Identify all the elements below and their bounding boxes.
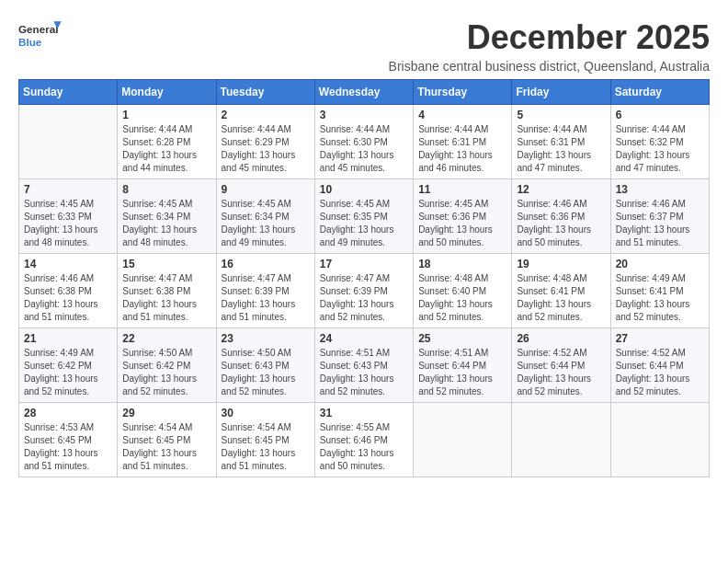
day-info: Sunrise: 4:45 AMSunset: 6:35 PMDaylight:… bbox=[320, 198, 408, 249]
calendar-cell: 31Sunrise: 4:55 AMSunset: 6:46 PMDayligh… bbox=[314, 403, 413, 477]
calendar-cell: 19Sunrise: 4:48 AMSunset: 6:41 PMDayligh… bbox=[512, 254, 610, 328]
day-info: Sunrise: 4:51 AMSunset: 6:43 PMDaylight:… bbox=[320, 347, 408, 398]
day-info: Sunrise: 4:50 AMSunset: 6:43 PMDaylight:… bbox=[222, 347, 310, 398]
calendar-week-3: 14Sunrise: 4:46 AMSunset: 6:38 PMDayligh… bbox=[19, 254, 710, 328]
day-info: Sunrise: 4:48 AMSunset: 6:41 PMDaylight:… bbox=[517, 272, 605, 324]
calendar-cell: 26Sunrise: 4:52 AMSunset: 6:44 PMDayligh… bbox=[512, 328, 610, 403]
day-info: Sunrise: 4:44 AMSunset: 6:31 PMDaylight:… bbox=[418, 123, 506, 175]
calendar-week-2: 7Sunrise: 4:45 AMSunset: 6:33 PMDaylight… bbox=[19, 179, 710, 254]
calendar-cell: 23Sunrise: 4:50 AMSunset: 6:43 PMDayligh… bbox=[216, 328, 314, 403]
day-info: Sunrise: 4:46 AMSunset: 6:37 PMDaylight:… bbox=[616, 198, 704, 249]
day-number: 9 bbox=[222, 183, 310, 196]
weekday-header-row: SundayMondayTuesdayWednesdayThursdayFrid… bbox=[19, 80, 710, 105]
calendar-cell: 28Sunrise: 4:53 AMSunset: 6:45 PMDayligh… bbox=[19, 403, 118, 477]
day-info: Sunrise: 4:54 AMSunset: 6:45 PMDaylight:… bbox=[122, 421, 210, 473]
calendar-week-5: 28Sunrise: 4:53 AMSunset: 6:45 PMDayligh… bbox=[19, 403, 710, 477]
day-info: Sunrise: 4:45 AMSunset: 6:36 PMDaylight:… bbox=[418, 198, 506, 249]
day-number: 26 bbox=[517, 332, 605, 345]
day-number: 17 bbox=[320, 258, 408, 270]
calendar-cell: 7Sunrise: 4:45 AMSunset: 6:33 PMDaylight… bbox=[19, 179, 118, 254]
day-number: 11 bbox=[418, 183, 506, 196]
logo-svg: General Blue bbox=[18, 18, 64, 53]
day-number: 14 bbox=[24, 258, 112, 270]
weekday-header-thursday: Thursday bbox=[414, 80, 512, 105]
day-info: Sunrise: 4:47 AMSunset: 6:39 PMDaylight:… bbox=[222, 272, 310, 324]
svg-text:Blue: Blue bbox=[18, 36, 42, 48]
weekday-header-sunday: Sunday bbox=[19, 80, 118, 105]
day-info: Sunrise: 4:44 AMSunset: 6:29 PMDaylight:… bbox=[222, 123, 310, 175]
day-number: 21 bbox=[24, 332, 112, 345]
calendar-cell bbox=[19, 105, 118, 179]
weekday-header-saturday: Saturday bbox=[610, 80, 709, 105]
calendar-week-1: 1Sunrise: 4:44 AMSunset: 6:28 PMDaylight… bbox=[19, 105, 710, 179]
location-subtitle: Brisbane central business district, Quee… bbox=[389, 59, 710, 74]
month-title: December 2025 bbox=[389, 18, 710, 57]
calendar-cell: 18Sunrise: 4:48 AMSunset: 6:40 PMDayligh… bbox=[414, 254, 512, 328]
calendar-cell: 24Sunrise: 4:51 AMSunset: 6:43 PMDayligh… bbox=[314, 328, 413, 403]
day-info: Sunrise: 4:45 AMSunset: 6:34 PMDaylight:… bbox=[222, 198, 310, 249]
day-info: Sunrise: 4:51 AMSunset: 6:44 PMDaylight:… bbox=[418, 347, 506, 398]
calendar-cell: 16Sunrise: 4:47 AMSunset: 6:39 PMDayligh… bbox=[216, 254, 314, 328]
calendar-week-4: 21Sunrise: 4:49 AMSunset: 6:42 PMDayligh… bbox=[19, 328, 710, 403]
day-info: Sunrise: 4:45 AMSunset: 6:33 PMDaylight:… bbox=[24, 198, 112, 249]
calendar-cell bbox=[512, 403, 610, 477]
calendar-cell: 15Sunrise: 4:47 AMSunset: 6:38 PMDayligh… bbox=[118, 254, 216, 328]
day-number: 18 bbox=[418, 258, 506, 270]
day-number: 7 bbox=[24, 183, 112, 196]
calendar-cell: 9Sunrise: 4:45 AMSunset: 6:34 PMDaylight… bbox=[216, 179, 314, 254]
calendar-cell: 17Sunrise: 4:47 AMSunset: 6:39 PMDayligh… bbox=[314, 254, 413, 328]
calendar-cell: 10Sunrise: 4:45 AMSunset: 6:35 PMDayligh… bbox=[314, 179, 413, 254]
day-number: 24 bbox=[320, 332, 408, 345]
day-number: 20 bbox=[616, 258, 704, 270]
day-info: Sunrise: 4:44 AMSunset: 6:31 PMDaylight:… bbox=[517, 123, 605, 175]
day-info: Sunrise: 4:44 AMSunset: 6:30 PMDaylight:… bbox=[320, 123, 408, 175]
day-info: Sunrise: 4:47 AMSunset: 6:39 PMDaylight:… bbox=[320, 272, 408, 324]
calendar-cell: 13Sunrise: 4:46 AMSunset: 6:37 PMDayligh… bbox=[610, 179, 709, 254]
calendar-cell: 1Sunrise: 4:44 AMSunset: 6:28 PMDaylight… bbox=[118, 105, 216, 179]
day-info: Sunrise: 4:46 AMSunset: 6:36 PMDaylight:… bbox=[517, 198, 605, 249]
page-header: General Blue December 2025 Brisbane cent… bbox=[18, 18, 710, 74]
day-info: Sunrise: 4:48 AMSunset: 6:40 PMDaylight:… bbox=[418, 272, 506, 324]
day-info: Sunrise: 4:44 AMSunset: 6:32 PMDaylight:… bbox=[616, 123, 704, 175]
day-number: 30 bbox=[222, 407, 310, 419]
calendar-cell: 11Sunrise: 4:45 AMSunset: 6:36 PMDayligh… bbox=[414, 179, 512, 254]
day-number: 12 bbox=[517, 183, 605, 196]
day-number: 10 bbox=[320, 183, 408, 196]
day-info: Sunrise: 4:53 AMSunset: 6:45 PMDaylight:… bbox=[24, 421, 112, 473]
day-number: 3 bbox=[320, 109, 408, 121]
day-info: Sunrise: 4:45 AMSunset: 6:34 PMDaylight:… bbox=[122, 198, 210, 249]
calendar-cell: 5Sunrise: 4:44 AMSunset: 6:31 PMDaylight… bbox=[512, 105, 610, 179]
calendar-cell: 8Sunrise: 4:45 AMSunset: 6:34 PMDaylight… bbox=[118, 179, 216, 254]
day-number: 6 bbox=[616, 109, 704, 121]
calendar-cell: 2Sunrise: 4:44 AMSunset: 6:29 PMDaylight… bbox=[216, 105, 314, 179]
weekday-header-monday: Monday bbox=[118, 80, 216, 105]
calendar-cell: 21Sunrise: 4:49 AMSunset: 6:42 PMDayligh… bbox=[19, 328, 118, 403]
day-number: 29 bbox=[122, 407, 210, 419]
calendar-cell: 14Sunrise: 4:46 AMSunset: 6:38 PMDayligh… bbox=[19, 254, 118, 328]
day-number: 16 bbox=[222, 258, 310, 270]
calendar-cell bbox=[610, 403, 709, 477]
calendar-cell: 12Sunrise: 4:46 AMSunset: 6:36 PMDayligh… bbox=[512, 179, 610, 254]
calendar-cell: 22Sunrise: 4:50 AMSunset: 6:42 PMDayligh… bbox=[118, 328, 216, 403]
day-info: Sunrise: 4:44 AMSunset: 6:28 PMDaylight:… bbox=[122, 123, 210, 175]
day-number: 4 bbox=[418, 109, 506, 121]
day-number: 8 bbox=[122, 183, 210, 196]
day-number: 27 bbox=[616, 332, 704, 345]
calendar-cell: 6Sunrise: 4:44 AMSunset: 6:32 PMDaylight… bbox=[610, 105, 709, 179]
day-info: Sunrise: 4:52 AMSunset: 6:44 PMDaylight:… bbox=[517, 347, 605, 398]
day-info: Sunrise: 4:55 AMSunset: 6:46 PMDaylight:… bbox=[320, 421, 408, 473]
day-number: 22 bbox=[122, 332, 210, 345]
calendar-cell: 3Sunrise: 4:44 AMSunset: 6:30 PMDaylight… bbox=[314, 105, 413, 179]
day-number: 23 bbox=[222, 332, 310, 345]
day-number: 2 bbox=[222, 109, 310, 121]
calendar-cell: 20Sunrise: 4:49 AMSunset: 6:41 PMDayligh… bbox=[610, 254, 709, 328]
day-info: Sunrise: 4:52 AMSunset: 6:44 PMDaylight:… bbox=[616, 347, 704, 398]
day-number: 5 bbox=[517, 109, 605, 121]
calendar-cell: 27Sunrise: 4:52 AMSunset: 6:44 PMDayligh… bbox=[610, 328, 709, 403]
logo: General Blue bbox=[18, 18, 64, 53]
day-number: 13 bbox=[616, 183, 704, 196]
day-number: 31 bbox=[320, 407, 408, 419]
calendar-cell: 4Sunrise: 4:44 AMSunset: 6:31 PMDaylight… bbox=[414, 105, 512, 179]
day-number: 25 bbox=[418, 332, 506, 345]
weekday-header-friday: Friday bbox=[512, 80, 610, 105]
